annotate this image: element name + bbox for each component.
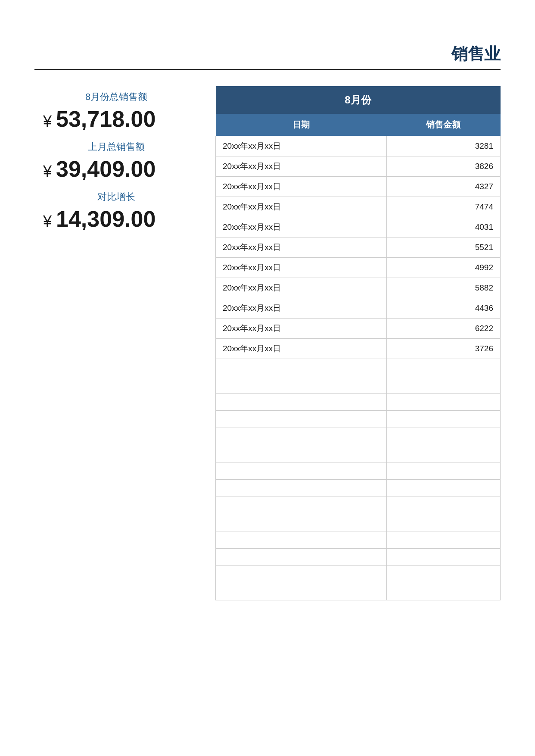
table-cell-empty-date: [216, 411, 387, 428]
table-cell-empty-amount: [386, 428, 500, 445]
table-cell-empty-date: [216, 462, 387, 480]
table-cell-amount: 7474: [386, 197, 500, 217]
currency-symbol-2: ¥: [43, 162, 52, 181]
page-container: 销售业 8月份总销售额 ¥ 53,718.00 上月总销售额 ¥ 39,409.…: [0, 0, 535, 756]
table-cell-amount: 4031: [386, 217, 500, 237]
table-cell-empty-amount: [386, 480, 500, 497]
table-cell-amount: 6222: [386, 319, 500, 339]
table-row: 20xx年xx月xx日 7474: [216, 197, 501, 217]
page-title: 销售业: [451, 43, 501, 65]
table-cell-date: 20xx年xx月xx日: [216, 339, 387, 359]
table-row: 20xx年xx月xx日 5521: [216, 237, 501, 258]
table-cell-empty-amount: [386, 497, 500, 514]
table-cell-date: 20xx年xx月xx日: [216, 156, 387, 177]
growth-value-row: ¥ 14,309.00: [34, 206, 198, 232]
table-row: 20xx年xx月xx日 3826: [216, 156, 501, 177]
table-cell-amount: 3826: [386, 156, 500, 177]
table-cell-date: 20xx年xx月xx日: [216, 319, 387, 339]
table-cell-empty-date: [216, 497, 387, 514]
table-cell-empty-amount: [386, 514, 500, 531]
table-row-empty: [216, 359, 501, 376]
table-cell-empty-date: [216, 514, 387, 531]
table-cell-empty-amount: [386, 583, 500, 600]
table-row-empty: [216, 376, 501, 394]
table-row-empty: [216, 583, 501, 600]
table-cell-empty-date: [216, 394, 387, 411]
table-cell-empty-amount: [386, 359, 500, 376]
table-row-empty: [216, 394, 501, 411]
table-cell-empty-date: [216, 428, 387, 445]
table-cell-amount: 3726: [386, 339, 500, 359]
table-row-empty: [216, 445, 501, 462]
table-cell-date: 20xx年xx月xx日: [216, 136, 387, 156]
table-row: 20xx年xx月xx日 4327: [216, 177, 501, 197]
table-row: 20xx年xx月xx日 4436: [216, 298, 501, 319]
table-cell-empty-date: [216, 376, 387, 394]
table-cell-empty-date: [216, 445, 387, 462]
table-cell-amount: 4992: [386, 258, 500, 278]
table-cell-empty-amount: [386, 445, 500, 462]
table-col-amount-header: 销售金额: [386, 114, 500, 136]
table-cell-amount: 5521: [386, 237, 500, 258]
table-cell-amount: 5882: [386, 278, 500, 298]
current-month-amount: 53,718.00: [56, 106, 156, 132]
current-month-value-row: ¥ 53,718.00: [34, 106, 198, 132]
growth-amount: 14,309.00: [56, 206, 156, 232]
table-cell-empty-date: [216, 566, 387, 583]
table-cell-empty-amount: [386, 549, 500, 566]
table-cell-date: 20xx年xx月xx日: [216, 258, 387, 278]
right-panel: 8月份 日期 销售金额 20xx年xx月xx日 3281 20xx年xx月xx日…: [215, 86, 501, 600]
table-row: 20xx年xx月xx日 5882: [216, 278, 501, 298]
table-cell-empty-amount: [386, 462, 500, 480]
table-cell-amount: 4327: [386, 177, 500, 197]
table-header-main: 8月份: [216, 86, 501, 114]
table-cell-date: 20xx年xx月xx日: [216, 217, 387, 237]
table-row-empty: [216, 497, 501, 514]
table-cell-empty-date: [216, 583, 387, 600]
table-cell-empty-amount: [386, 566, 500, 583]
table-cell-date: 20xx年xx月xx日: [216, 197, 387, 217]
table-cell-empty-amount: [386, 394, 500, 411]
table-row: 20xx年xx月xx日 3281: [216, 136, 501, 156]
table-cell-empty-date: [216, 359, 387, 376]
table-col-date-header: 日期: [216, 114, 387, 136]
top-divider: [34, 69, 501, 70]
prev-month-label: 上月总销售额: [34, 141, 198, 153]
table-cell-date: 20xx年xx月xx日: [216, 237, 387, 258]
prev-month-value-row: ¥ 39,409.00: [34, 156, 198, 182]
current-month-label: 8月份总销售额: [34, 91, 198, 103]
table-row: 20xx年xx月xx日 6222: [216, 319, 501, 339]
table-cell-empty-date: [216, 531, 387, 549]
sales-table: 8月份 日期 销售金额 20xx年xx月xx日 3281 20xx年xx月xx日…: [215, 86, 501, 600]
table-row-empty: [216, 411, 501, 428]
currency-symbol-1: ¥: [43, 112, 52, 131]
table-row-empty: [216, 531, 501, 549]
table-cell-date: 20xx年xx月xx日: [216, 278, 387, 298]
table-cell-date: 20xx年xx月xx日: [216, 298, 387, 319]
table-cell-empty-date: [216, 480, 387, 497]
table-row: 20xx年xx月xx日 4031: [216, 217, 501, 237]
table-row-empty: [216, 566, 501, 583]
table-cell-empty-amount: [386, 531, 500, 549]
table-cell-date: 20xx年xx月xx日: [216, 177, 387, 197]
table-cell-amount: 4436: [386, 298, 500, 319]
table-cell-empty-date: [216, 549, 387, 566]
table-row-empty: [216, 428, 501, 445]
table-row: 20xx年xx月xx日 4992: [216, 258, 501, 278]
table-row: 20xx年xx月xx日 3726: [216, 339, 501, 359]
prev-month-amount: 39,409.00: [56, 156, 156, 182]
left-panel: 8月份总销售额 ¥ 53,718.00 上月总销售额 ¥ 39,409.00 对…: [34, 86, 198, 600]
table-row-empty: [216, 480, 501, 497]
table-row-empty: [216, 462, 501, 480]
table-cell-empty-amount: [386, 376, 500, 394]
table-cell-amount: 3281: [386, 136, 500, 156]
table-cell-empty-amount: [386, 411, 500, 428]
currency-symbol-3: ¥: [43, 212, 52, 231]
content-area: 8月份总销售额 ¥ 53,718.00 上月总销售额 ¥ 39,409.00 对…: [34, 86, 501, 600]
table-row-empty: [216, 549, 501, 566]
growth-label: 对比增长: [34, 191, 198, 203]
table-row-empty: [216, 514, 501, 531]
